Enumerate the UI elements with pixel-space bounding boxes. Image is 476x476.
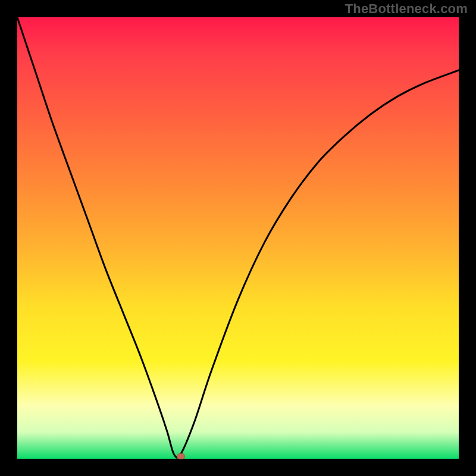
watermark-text: TheBottleneck.com [345, 1, 468, 17]
plot-area [17, 17, 459, 459]
optimum-marker [177, 453, 185, 459]
bottleneck-curve [17, 17, 459, 459]
chart-frame: TheBottleneck.com [0, 0, 476, 476]
